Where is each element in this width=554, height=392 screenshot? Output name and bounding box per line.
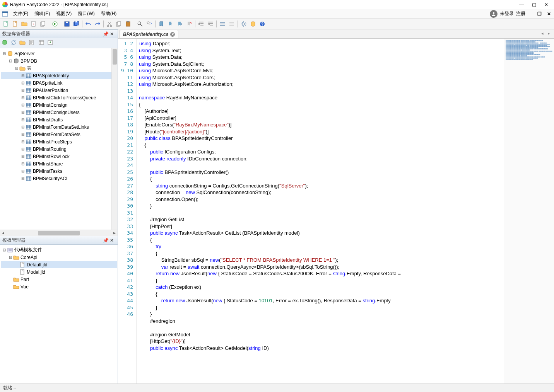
window-maximize-button[interactable]: ▢ <box>528 0 540 9</box>
tree-item-label: BPMInstClickToProcessQueue <box>33 95 96 101</box>
svg-rect-40 <box>26 125 31 129</box>
tab-close-icon[interactable]: ✕ <box>170 32 175 37</box>
bookmark-next-button[interactable] <box>176 20 184 28</box>
uncomment-button[interactable] <box>227 20 236 28</box>
tpl-root[interactable]: ⊟代码模板文件 <box>1 246 117 254</box>
template-manager-title: 模板管理器 <box>2 237 26 244</box>
db-table-BPMInstDrafts[interactable]: ⊞BPMInstDrafts <box>1 116 117 123</box>
db-table-BPMInstTasks[interactable]: ⊞BPMInstTasks <box>1 167 117 175</box>
db-refresh-button[interactable] <box>10 39 18 47</box>
db-table-BPASpriteLink[interactable]: ⊞BPASpriteLink <box>1 79 117 87</box>
comment-button[interactable] <box>218 20 227 28</box>
tree-item-label: BPMInstConsignUsers <box>33 110 80 115</box>
db-script-button[interactable] <box>28 39 36 47</box>
menu-view[interactable]: 视图(V) <box>53 10 75 18</box>
help-button[interactable]: ? <box>258 20 267 28</box>
db-export-button[interactable] <box>47 39 55 47</box>
db-table-BPMInstConsignUsers[interactable]: ⊞BPMInstConsignUsers <box>1 109 117 116</box>
inner-restore-button[interactable]: ❐ <box>536 11 543 17</box>
db-table-BPMInstFormDataSetLinks[interactable]: ⊞BPMInstFormDataSetLinks <box>1 123 117 131</box>
tpl-folder-vue[interactable]: Vue <box>1 283 117 290</box>
tree-item-label: BPMInstDrafts <box>33 117 63 123</box>
indent-button[interactable] <box>197 20 205 28</box>
tree-item-icon <box>19 262 26 268</box>
panel-pin-icon[interactable]: 📌 <box>103 31 108 37</box>
register-link[interactable]: 注册 <box>516 10 525 17</box>
tpl-folder-coreapi[interactable]: ⊟CoreApi <box>1 254 117 261</box>
database-button[interactable] <box>249 20 257 28</box>
editor-tab[interactable]: BPASpriteIdentity.cs ✕ <box>120 30 178 38</box>
panel-close-icon[interactable]: ✕ <box>110 238 115 243</box>
login-status[interactable]: 未登录 <box>500 10 514 17</box>
editor-code-area[interactable]: using Dapper;using System.Text;using Sys… <box>137 39 504 383</box>
menu-file[interactable]: 文件(F) <box>10 10 31 18</box>
find-button[interactable] <box>136 20 144 28</box>
db-table-BPMInstRowLock[interactable]: ⊞BPMInstRowLock <box>1 153 117 160</box>
window-close-button[interactable]: ✕ <box>540 0 552 9</box>
cut-button[interactable] <box>105 20 114 28</box>
db-table-BPMInstFormDataSets[interactable]: ⊞BPMInstFormDataSets <box>1 131 117 138</box>
save-button[interactable] <box>63 20 71 28</box>
copy-file-button[interactable] <box>39 20 47 28</box>
svg-point-2 <box>493 12 495 14</box>
db-node-sqlserver[interactable]: ⊟SqlServer <box>1 50 117 57</box>
settings-button[interactable] <box>239 20 248 28</box>
db-table-BPMInstRouting[interactable]: ⊞BPMInstRouting <box>1 145 117 153</box>
undo-button[interactable] <box>84 20 92 28</box>
panel-pin-icon[interactable]: 📌 <box>103 238 108 243</box>
svg-rect-44 <box>26 155 31 159</box>
db-edit-button[interactable] <box>38 39 46 47</box>
app-menu-icon[interactable] <box>2 10 9 17</box>
menu-window[interactable]: 窗口(W) <box>75 10 97 18</box>
db-table-BPASpriteIdentity[interactable]: ⊞BPASpriteIdentity <box>1 72 117 79</box>
tree-item-icon <box>7 51 13 57</box>
run-button[interactable] <box>51 20 59 28</box>
svg-rect-33 <box>26 74 31 78</box>
menu-help[interactable]: 帮助(H) <box>98 10 120 18</box>
template-tree[interactable]: ⊟代码模板文件⊟CoreApiDefault.jldModel.jldPartV… <box>0 245 118 383</box>
add-file-button[interactable]: + <box>29 20 38 28</box>
db-node-database[interactable]: ⊟BPMDB <box>1 57 117 65</box>
open-folder-button[interactable] <box>20 20 29 28</box>
tree-item-icon <box>26 176 32 182</box>
tpl-folder-part[interactable]: Part <box>1 276 117 283</box>
db-table-BPMInstProcSteps[interactable]: ⊞BPMInstProcSteps <box>1 138 117 145</box>
db-folder-button[interactable] <box>19 39 27 47</box>
tpl-file-Model.jld[interactable]: Model.jld <box>1 268 117 276</box>
save-all-button[interactable] <box>72 20 80 28</box>
user-avatar-icon[interactable] <box>490 10 498 18</box>
window-minimize-button[interactable]: — <box>515 0 528 9</box>
bookmark-button[interactable] <box>157 20 166 28</box>
svg-rect-1 <box>2 12 8 13</box>
editor-minimap[interactable]: █████████████ ██████████████████ ███████… <box>504 39 554 383</box>
tpl-file-Default.jld[interactable]: Default.jld <box>1 261 117 268</box>
db-table-BPMSecurityACL[interactable]: ⊞BPMSecurityACL <box>1 175 117 182</box>
redo-button[interactable] <box>93 20 102 28</box>
panel-close-icon[interactable]: ✕ <box>110 31 115 37</box>
bookmark-prev-button[interactable] <box>166 20 175 28</box>
tree-item-label: BPMInstTasks <box>33 169 62 174</box>
svg-rect-47 <box>26 177 31 181</box>
copy-button[interactable] <box>115 20 123 28</box>
db-table-BPMInstConsign[interactable]: ⊞BPMInstConsign <box>1 101 117 109</box>
new-file-button[interactable] <box>2 20 10 28</box>
replace-button[interactable] <box>145 20 154 28</box>
inner-minimize-button[interactable]: _ <box>528 11 533 17</box>
db-tree-hscroll[interactable]: ◄► <box>0 230 118 236</box>
db-tree-vscroll[interactable] <box>111 48 118 230</box>
tab-nav-arrows[interactable]: ◂ ▸ <box>541 31 552 36</box>
bookmark-clear-button[interactable] <box>185 20 193 28</box>
tree-item-label: Model.jld <box>27 269 45 275</box>
outdent-button[interactable] <box>206 20 215 28</box>
tree-item-icon <box>26 102 32 108</box>
open-file-button[interactable] <box>11 20 19 28</box>
db-tree[interactable]: ⊟SqlServer⊟BPMDB⊟表⊞BPASpriteIdentity⊞BPA… <box>0 48 118 230</box>
paste-button[interactable] <box>124 20 132 28</box>
db-node-tables[interactable]: ⊟表 <box>1 65 117 72</box>
menu-edit[interactable]: 编辑(E) <box>31 10 53 18</box>
db-table-BPMInstShare[interactable]: ⊞BPMInstShare <box>1 160 117 167</box>
db-table-BPMInstClickToProcessQueue[interactable]: ⊞BPMInstClickToProcessQueue <box>1 94 117 101</box>
inner-close-button[interactable]: ✕ <box>545 11 552 17</box>
db-connect-button[interactable] <box>2 39 9 47</box>
db-table-BPAUserPosition[interactable]: ⊞BPAUserPosition <box>1 87 117 94</box>
